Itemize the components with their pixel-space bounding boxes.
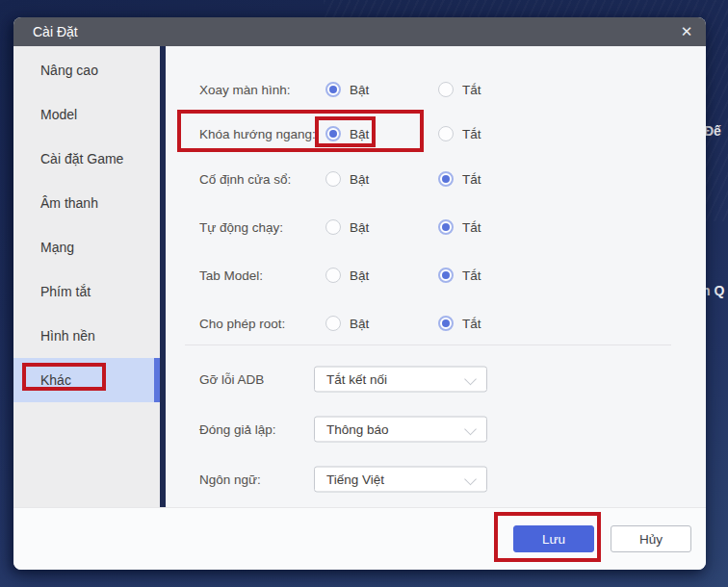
sidebar-item-model[interactable]: Model bbox=[13, 92, 160, 137]
sidebar-item-mang[interactable]: Mạng bbox=[13, 225, 160, 269]
radio-unselected-icon[interactable] bbox=[438, 82, 454, 97]
radio-unselected-icon[interactable] bbox=[325, 268, 341, 283]
radio-option-label: Tắt bbox=[462, 83, 481, 97]
cancel-button[interactable]: Hủy bbox=[611, 525, 691, 552]
dialog-body: Nâng caoModelCài đặt GameÂm thanhMạngPhí… bbox=[13, 46, 706, 507]
sidebar-item-label: Âm thanh bbox=[40, 195, 98, 211]
setting-row-khoa-huong-ngang: Khóa hướng ngang:BậtTắt bbox=[166, 121, 706, 146]
radio-selected-icon[interactable] bbox=[438, 219, 454, 235]
radio-option-off[interactable]: Tắt bbox=[438, 316, 481, 331]
sidebar-item-label: Model bbox=[40, 107, 77, 122]
radio-unselected-icon[interactable] bbox=[438, 126, 454, 141]
radio-option-label: Bật bbox=[350, 172, 369, 187]
radio-option-on[interactable]: Bật bbox=[325, 268, 369, 283]
radio-option-label: Bật bbox=[350, 268, 369, 283]
dropdown-value: Thông báo bbox=[326, 421, 389, 436]
dropdown-ngon-ngu[interactable]: Tiếng Việt bbox=[314, 466, 487, 492]
radio-option-label: Bật bbox=[350, 127, 369, 141]
sidebar-item-label: Mạng bbox=[40, 240, 74, 255]
radio-selected-icon[interactable] bbox=[438, 268, 454, 283]
radio-option-label: Tắt bbox=[462, 172, 481, 187]
setting-label: Gỡ lỗi ADB bbox=[199, 371, 264, 386]
radio-unselected-icon[interactable] bbox=[325, 316, 341, 331]
sidebar-item-label: Phím tắt bbox=[40, 284, 91, 299]
sidebar: Nâng caoModelCài đặt GameÂm thanhMạngPhí… bbox=[13, 46, 160, 507]
setting-label: Cho phép root: bbox=[199, 317, 285, 331]
radio-option-label: Bật bbox=[350, 317, 369, 331]
sidebar-item-label: Khác bbox=[40, 372, 71, 388]
settings-content: Xoay màn hình:BậtTắtKhóa hướng ngang:Bật… bbox=[166, 46, 706, 507]
section-divider bbox=[185, 345, 671, 345]
setting-label: Tự động chạy: bbox=[199, 220, 283, 235]
radio-option-label: Tắt bbox=[462, 127, 481, 141]
sidebar-item-khac[interactable]: Khác bbox=[13, 358, 160, 402]
radio-option-on[interactable]: Bật bbox=[325, 219, 369, 235]
sidebar-item-label: Hình nền bbox=[40, 328, 95, 344]
save-button[interactable]: Lưu bbox=[513, 525, 594, 552]
setting-row-co-dinh-cua-so: Cố định cửa sổ:BậtTắt bbox=[166, 166, 706, 191]
radio-option-label: Tắt bbox=[462, 268, 481, 283]
dialog-footer: Lưu Hủy bbox=[13, 507, 706, 570]
chevron-down-icon bbox=[464, 372, 477, 385]
chevron-down-icon bbox=[464, 422, 477, 435]
radio-option-off[interactable]: Tắt bbox=[438, 268, 481, 283]
radio-selected-icon[interactable] bbox=[438, 316, 454, 331]
radio-option-label: Tắt bbox=[462, 220, 481, 235]
dialog-title: Cài Đặt bbox=[33, 24, 667, 39]
radio-unselected-icon[interactable] bbox=[325, 171, 341, 187]
sidebar-item-nang-cao[interactable]: Nâng cao bbox=[13, 48, 160, 92]
setting-label: Ngôn ngữ: bbox=[199, 472, 261, 486]
setting-row-go-loi-adb: Gỡ lỗi ADBTắt kết nối bbox=[166, 366, 706, 392]
setting-label: Xoay màn hình: bbox=[199, 83, 291, 97]
radio-option-label: Bật bbox=[350, 220, 369, 235]
chevron-down-icon bbox=[464, 472, 477, 485]
sidebar-item-cai-dat-game[interactable]: Cài đặt Game bbox=[13, 137, 160, 181]
dropdown-value: Tắt kết nối bbox=[326, 371, 387, 386]
radio-option-off[interactable]: Tắt bbox=[438, 171, 481, 187]
radio-option-label: Tắt bbox=[462, 317, 481, 331]
setting-label: Khóa hướng ngang: bbox=[199, 127, 316, 141]
setting-row-xoay-man-hinh: Xoay màn hình:BậtTắt bbox=[166, 77, 706, 102]
radio-option-on[interactable]: Bật bbox=[325, 126, 369, 141]
radio-unselected-icon[interactable] bbox=[325, 219, 341, 235]
radio-option-off[interactable]: Tắt bbox=[438, 219, 481, 235]
radio-option-on[interactable]: Bật bbox=[325, 316, 369, 331]
setting-label: Tab Model: bbox=[199, 268, 263, 283]
background-text-fragment: Đế bbox=[704, 123, 721, 139]
radio-option-on[interactable]: Bật bbox=[325, 171, 369, 187]
dropdown-value: Tiếng Việt bbox=[326, 472, 384, 486]
radio-selected-icon[interactable] bbox=[325, 82, 341, 97]
dropdown-dong-gia-lap[interactable]: Thông báo bbox=[314, 416, 487, 442]
radio-option-off[interactable]: Tắt bbox=[438, 82, 481, 97]
sidebar-item-phim-tat[interactable]: Phím tắt bbox=[13, 269, 160, 314]
close-icon[interactable]: ✕ bbox=[667, 17, 706, 46]
setting-row-tab-model: Tab Model:BậtTắt bbox=[166, 263, 706, 288]
sidebar-item-am-thanh[interactable]: Âm thanh bbox=[13, 181, 160, 225]
dropdown-go-loi-adb[interactable]: Tắt kết nối bbox=[314, 366, 487, 392]
radio-option-label: Bật bbox=[350, 83, 369, 97]
radio-option-off[interactable]: Tắt bbox=[438, 126, 481, 141]
setting-row-dong-gia-lap: Đóng giả lập:Thông báo bbox=[166, 416, 706, 442]
sidebar-item-hinh-nen[interactable]: Hình nền bbox=[13, 314, 160, 358]
setting-row-ngon-ngu: Ngôn ngữ:Tiếng Việt bbox=[166, 466, 706, 492]
settings-dialog: Cài Đặt ✕ Nâng caoModelCài đặt GameÂm th… bbox=[13, 17, 706, 570]
setting-row-tu-dong-chay: Tự động chạy:BậtTắt bbox=[166, 215, 706, 240]
radio-selected-icon[interactable] bbox=[325, 126, 341, 141]
setting-label: Cố định cửa sổ: bbox=[199, 172, 291, 187]
radio-option-on[interactable]: Bật bbox=[325, 82, 369, 97]
dialog-titlebar: Cài Đặt ✕ bbox=[13, 17, 706, 46]
sidebar-item-label: Nâng cao bbox=[40, 63, 98, 78]
setting-label: Đóng giả lập: bbox=[199, 421, 276, 436]
radio-selected-icon[interactable] bbox=[438, 171, 454, 187]
setting-row-cho-phep-root: Cho phép root:BậtTắt bbox=[166, 311, 706, 336]
sidebar-item-label: Cài đặt Game bbox=[40, 151, 123, 166]
